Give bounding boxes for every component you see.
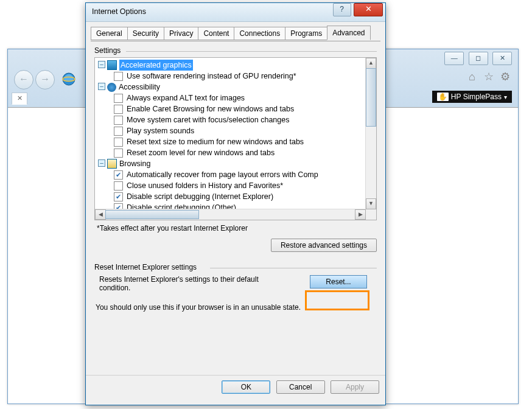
tree-item[interactable]: Enable Caret Browsing for new windows an…	[97, 103, 364, 114]
tab-security[interactable]: Security	[127, 27, 164, 40]
reset-description: Resets Internet Explorer's settings to t…	[94, 275, 288, 292]
simplepass-label: HP SimplePass	[451, 93, 502, 101]
settings-group-label: Settings	[94, 46, 377, 55]
tree-item-label: Enable Caret Browsing for new windows an…	[127, 103, 294, 114]
restart-note: *Takes effect after you restart Internet…	[97, 224, 377, 232]
tree-item[interactable]: Reset zoom level for new windows and tab…	[97, 147, 364, 158]
checkbox[interactable]	[114, 181, 123, 191]
checkbox[interactable]	[114, 105, 123, 114]
tab-advanced[interactable]: Advanced	[327, 26, 370, 40]
home-icon[interactable]: ⌂	[465, 70, 478, 83]
checkbox[interactable]	[114, 192, 123, 201]
scroll-thumb[interactable]	[366, 68, 376, 127]
tree-item[interactable]: Use software rendering instead of GPU re…	[97, 71, 364, 82]
browser-tab-close[interactable]: ✕	[12, 93, 27, 105]
tree-category[interactable]: –Accessibility	[97, 82, 364, 93]
tab-strip: GeneralSecurityPrivacyContentConnections…	[91, 27, 380, 41]
access-icon	[107, 83, 116, 92]
checkbox[interactable]	[114, 149, 123, 158]
tree-category-label: Browsing	[119, 158, 150, 169]
tree-item-label: Move system caret with focus/selection c…	[127, 114, 289, 125]
scroll-up-button[interactable]: ▲	[366, 58, 376, 69]
accel-icon	[107, 60, 117, 70]
tab-connections[interactable]: Connections	[234, 27, 285, 40]
close-button[interactable]: ✕	[354, 3, 383, 16]
tree-item-label: Always expand ALT text for images	[127, 93, 245, 103]
tab-content[interactable]: Content	[198, 27, 234, 40]
collapse-icon[interactable]: –	[98, 159, 105, 167]
reset-highlight	[305, 290, 369, 310]
checkbox[interactable]	[114, 127, 123, 136]
tree-item-label: Play system sounds	[127, 125, 194, 136]
tab-programs[interactable]: Programs	[285, 27, 327, 40]
scroll-left-button[interactable]: ◀	[95, 209, 106, 220]
back-button[interactable]: ←	[14, 70, 33, 89]
tree-category[interactable]: –Browsing	[97, 158, 364, 169]
ok-button[interactable]: OK	[222, 380, 270, 394]
restore-advanced-button[interactable]: Restore advanced settings	[271, 239, 377, 252]
tree-item-label: Close unused folders in History and Favo…	[127, 180, 283, 191]
favorites-icon[interactable]: ☆	[482, 70, 495, 83]
tree-item-label: Reset zoom level for new windows and tab…	[127, 147, 275, 158]
tab-general[interactable]: General	[91, 27, 128, 40]
tree-item-label: Automatically recover from page layout e…	[127, 169, 318, 180]
help-button[interactable]: ?	[333, 3, 351, 16]
collapse-icon[interactable]: –	[98, 83, 105, 90]
tree-item[interactable]: Always expand ALT text for images	[97, 93, 364, 103]
forward-button[interactable]: →	[35, 70, 55, 89]
tools-icon[interactable]: ⚙	[499, 70, 512, 83]
browse-icon	[107, 159, 117, 169]
tree-item-label: Use software rendering instead of GPU re…	[127, 71, 296, 82]
scroll-corner	[366, 209, 376, 220]
tree-category-label: Accelerated graphics	[119, 60, 193, 71]
checkbox[interactable]	[114, 170, 123, 180]
tree-item[interactable]: Play system sounds	[97, 125, 364, 136]
reset-group-label: Reset Internet Explorer settings	[94, 263, 377, 271]
tree-category-label: Accessibility	[119, 82, 160, 93]
checkbox[interactable]	[114, 72, 123, 81]
dialog-titlebar[interactable]: Internet Options ? ✕	[86, 3, 385, 22]
checkbox[interactable]	[114, 138, 123, 147]
tree-item[interactable]: Automatically recover from page layout e…	[97, 169, 364, 180]
maximize-button[interactable]: ◻	[469, 52, 488, 65]
checkbox[interactable]	[114, 94, 123, 103]
horizontal-scrollbar[interactable]: ◀ ▶	[95, 209, 366, 220]
tree-item-label: Reset text size to medium for new window…	[127, 136, 304, 147]
tree-item-label: Disable script debugging (Internet Explo…	[127, 191, 273, 202]
reset-button[interactable]: Reset...	[310, 275, 367, 288]
simplepass-toolbar-button[interactable]: ✋HP SimplePass	[432, 91, 512, 103]
minimize-button[interactable]: —	[444, 52, 464, 65]
scroll-down-button[interactable]: ▼	[366, 198, 376, 209]
tree-item[interactable]: Move system caret with focus/selection c…	[97, 114, 364, 125]
dialog-footer: OK Cancel Apply	[86, 375, 385, 405]
tree-item[interactable]: Close unused folders in History and Favo…	[97, 180, 364, 191]
tree-item[interactable]: Disable script debugging (Internet Explo…	[97, 191, 364, 202]
tab-privacy[interactable]: Privacy	[164, 27, 198, 40]
collapse-icon[interactable]: –	[98, 61, 105, 68]
cancel-button[interactable]: Cancel	[276, 380, 325, 394]
apply-button[interactable]: Apply	[331, 380, 379, 394]
vertical-scrollbar[interactable]: ▲ ▼	[365, 58, 376, 209]
tree-item[interactable]: Reset text size to medium for new window…	[97, 136, 364, 147]
close-button[interactable]: ✕	[492, 52, 512, 65]
checkbox[interactable]	[114, 116, 123, 125]
tree-category[interactable]: –Accelerated graphics	[97, 60, 364, 71]
internet-options-dialog: Internet Options ? ✕ GeneralSecurityPriv…	[85, 2, 386, 405]
dialog-title: Internet Options	[92, 7, 146, 16]
hscroll-thumb[interactable]	[105, 210, 199, 219]
scroll-right-button[interactable]: ▶	[355, 209, 366, 220]
settings-tree[interactable]: –Accelerated graphicsUse software render…	[94, 57, 377, 220]
ie-logo-icon	[61, 72, 76, 86]
